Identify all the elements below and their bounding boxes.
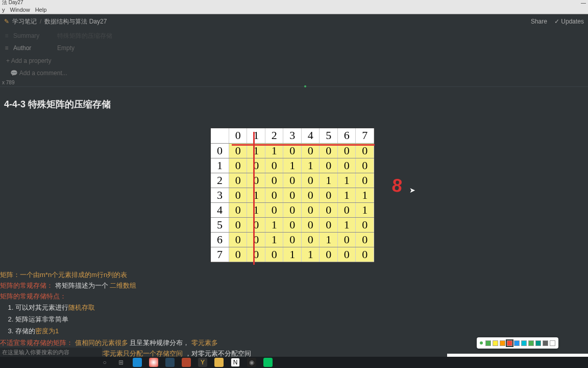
matrix-cell: 1: [265, 217, 283, 232]
breadcrumb-bar: ✎ 学习笔记 / 数据结构与算法 Day27 Share ✓ Updates: [0, 14, 588, 29]
updates-button[interactable]: ✓ Updates: [554, 18, 584, 25]
matrix-cell: 1: [301, 158, 320, 173]
matrix-cell: 0: [337, 247, 356, 262]
matrix-cell: 0: [301, 232, 320, 247]
prop-value[interactable]: Empty: [57, 44, 75, 52]
edge-icon[interactable]: [133, 358, 142, 367]
matrix-cell: 0: [283, 202, 302, 217]
matrix-cell: 1: [247, 188, 265, 202]
app-icon[interactable]: [182, 358, 191, 367]
color-swatch[interactable]: [535, 340, 541, 346]
add-comment-field[interactable]: 💬 Add a comment...: [3, 66, 588, 79]
color-swatch[interactable]: [543, 340, 548, 346]
taskview-icon[interactable]: ○: [100, 358, 109, 367]
matrix-image: 0123456700110000010001100020000011030100…: [210, 128, 375, 263]
active-color-icon: [480, 341, 483, 344]
menu-item[interactable]: Window: [10, 7, 30, 13]
menu-item[interactable]: Help: [35, 7, 47, 13]
breadcrumb-root[interactable]: 学习笔记: [12, 17, 37, 26]
matrix-cell: 6: [211, 232, 229, 247]
matrix-cell: 0: [356, 173, 374, 188]
matrix-cell: 0: [211, 143, 229, 158]
wechat-icon[interactable]: [263, 358, 273, 367]
matrix-header: 2: [265, 128, 283, 143]
matrix-cell: 1: [337, 217, 356, 232]
taskview-icon[interactable]: ⊞: [116, 358, 126, 367]
minimize-icon[interactable]: —: [581, 0, 586, 6]
matrix-cell: 2: [211, 173, 229, 188]
prop-value[interactable]: 特殊矩阵的压缩存储: [57, 32, 112, 40]
obs-icon[interactable]: ◉: [247, 358, 256, 367]
matrix-cell: 0: [320, 247, 338, 262]
matrix-cell: 0: [265, 158, 283, 173]
add-property-button[interactable]: + Add a property: [3, 54, 588, 66]
color-swatch[interactable]: [485, 340, 491, 346]
color-swatch[interactable]: [514, 340, 520, 346]
matrix-cell: 0: [356, 158, 374, 173]
prop-label: Summary: [13, 32, 57, 39]
breadcrumb-page[interactable]: 数据结构与算法 Day27: [44, 17, 107, 26]
matrix-cell: 0: [265, 173, 283, 188]
steam-icon[interactable]: [165, 358, 175, 367]
chrome-icon[interactable]: [149, 358, 158, 367]
matrix-cell: 0: [283, 173, 302, 188]
matrix-cell: 0: [265, 202, 283, 217]
matrix-cell: 0: [337, 158, 356, 173]
matrix-cell: 1: [283, 247, 302, 262]
matrix-cell: 0: [247, 217, 265, 232]
text-line: 矩阵：一个由m*n个元素排成的m行n列的表: [0, 271, 127, 279]
matrix-cell: 0: [337, 232, 356, 247]
menu-item[interactable]: y: [2, 7, 5, 13]
matrix-cell: 0: [283, 232, 302, 247]
matrix-cell: 7: [211, 247, 229, 262]
app-icon[interactable]: Y: [198, 358, 207, 367]
matrix-cell: 0: [247, 232, 265, 247]
matrix-cell: 0: [283, 217, 302, 232]
page-properties: ≡ Summary 特殊矩阵的压缩存储 ≡ Author Empty + Add…: [0, 29, 588, 79]
color-swatch[interactable]: [550, 340, 555, 346]
matrix-cell: 1: [265, 232, 283, 247]
resize-handle-icon[interactable]: [304, 85, 306, 87]
matrix-cell: 0: [301, 217, 320, 232]
matrix-cell: 4: [211, 202, 229, 217]
matrix-cell: 0: [356, 232, 374, 247]
matrix-cell: 3: [211, 188, 229, 202]
matrix-header: 6: [337, 128, 356, 143]
matrix-header: 3: [283, 128, 302, 143]
annotation-line-vertical: [253, 132, 255, 265]
matrix-cell: 0: [320, 217, 338, 232]
mouse-cursor-icon: ➤: [409, 186, 415, 194]
color-swatch[interactable]: [528, 340, 534, 346]
matrix-cell: 1: [320, 232, 338, 247]
window-titlebar: 法 Day27 —: [0, 0, 588, 5]
matrix-cell: 0: [283, 188, 302, 202]
color-swatch[interactable]: [521, 340, 527, 346]
matrix-cell: 0: [229, 158, 247, 173]
prop-label: Author: [13, 44, 57, 52]
matrix-cell: 0: [301, 202, 320, 217]
matrix-cell: 0: [301, 173, 320, 188]
share-button[interactable]: Share: [531, 18, 547, 25]
matrix-cell: 0: [320, 158, 338, 173]
explorer-icon[interactable]: [214, 358, 224, 367]
matrix-cell: 0: [229, 217, 247, 232]
matrix-cell: 0: [320, 188, 338, 202]
matrix-header: 4: [301, 128, 320, 143]
matrix-cell: 0: [247, 158, 265, 173]
matrix-cell: 1: [320, 173, 338, 188]
matrix-header: 1: [247, 128, 265, 143]
color-swatch[interactable]: [507, 340, 512, 346]
matrix-cell: 0: [301, 188, 320, 202]
matrix-cell: 1: [356, 202, 374, 217]
color-swatch[interactable]: [493, 340, 498, 346]
person-icon: ≡: [3, 44, 10, 52]
divider: [0, 86, 588, 87]
taskbar: ○ ⊞ Y N ◉: [0, 357, 588, 368]
color-swatch[interactable]: [500, 340, 505, 346]
notion-icon[interactable]: N: [231, 358, 240, 367]
matrix-header: 0: [229, 128, 247, 143]
matrix-cell: 0: [229, 173, 247, 188]
search-input[interactable]: 在这里输入你要搜索的内容: [0, 348, 102, 357]
matrix-cell: 0: [229, 202, 247, 217]
menubar: y Window Help: [0, 5, 588, 14]
